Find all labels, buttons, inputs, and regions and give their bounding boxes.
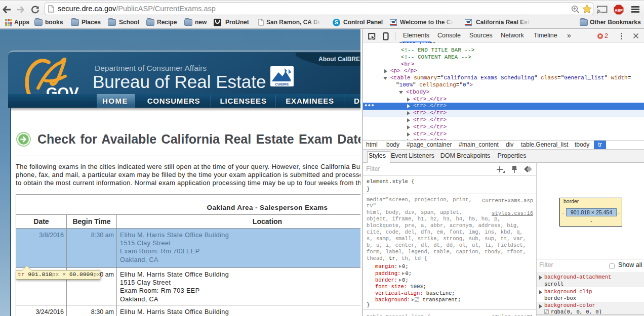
svg-text:ABP: ABP [615,8,623,13]
svg-text:CalBRE: CalBRE [275,82,290,86]
